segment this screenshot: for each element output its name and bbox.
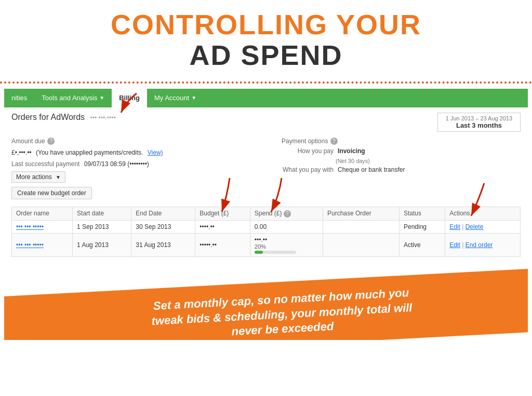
col-header-start-date: Start date [73,207,131,220]
orders-table: Order name Start date End Date Budget (£… [11,207,521,257]
orders-title-group: Orders for AdWords ••• •••-•••• [11,113,116,122]
banner-container: Set a monthly cap, so no matter how much… [4,262,528,340]
nav-item-nities[interactable]: nities [4,89,34,107]
orders-title: Orders for AdWords [11,113,85,121]
last-payment-label: Last successful payment [11,160,79,168]
tools-caret-icon: ▼ [99,95,104,101]
how-you-pay-row: How you pay Invoicing [282,147,521,155]
col-header-actions: Actions [445,207,521,220]
table-container: Order name Start date End Date Budget (£… [11,207,521,257]
amount-due-label: Amount due [11,138,45,145]
table-header: Order name Start date End Date Budget (£… [12,207,521,220]
nav-bar: nities Tools and Analysis ▼ Billing My A… [4,89,528,107]
row2-purchase-order [323,233,400,256]
col-header-status: Status [399,207,445,220]
date-range-selector[interactable]: 1 Jun 2013 – 23 Aug 2013 Last 3 months [437,113,521,132]
date-range-label: Last 3 months [443,121,515,129]
orange-banner: Set a monthly cap, so no matter how much… [4,267,528,340]
what-you-pay-value: Cheque or bank transfer [338,166,405,173]
row2-edit-link[interactable]: Edit [449,241,460,249]
create-budget-button[interactable]: Create new budget order [11,187,92,199]
row1-edit-link[interactable]: Edit [449,223,460,230]
amount-due-tooltip-icon[interactable]: ? [47,138,55,145]
row2-order-name: ••• ••• ••••• [12,233,73,256]
row2-end-date: 31 Aug 2013 [131,233,195,256]
create-budget-row: Create new budget order [11,187,521,203]
amount-due-value: £•,•••.•• [11,149,32,156]
amount-due-row: Amount due ? [11,136,250,145]
table-body: ••• ••• ••••• 1 Sep 2013 30 Sep 2013 •••… [12,220,521,256]
amount-due-value-row: £•,•••.•• (You have unapplied payments/c… [11,147,250,157]
table-row: ••• ••• ••••• 1 Aug 2013 31 Aug 2013 •••… [12,233,521,256]
row1-purchase-order [323,220,400,233]
how-you-pay-label: How you pay [282,147,334,155]
row1-delete-link[interactable]: Delete [466,223,484,230]
row1-budget: ••••.•• [195,220,250,233]
more-actions-button[interactable]: More actions ▼ [11,171,65,183]
row2-status: Active [399,233,445,256]
spend-progress: 20% [255,243,318,254]
payment-options-label: Payment options [282,138,328,145]
last-payment-value: 09/07/13 08:59 (••••••••) [84,160,149,168]
what-you-pay-row: What you pay with Cheque or bank transfe… [282,166,521,173]
unapplied-text: (You have unapplied payments/credits. [36,149,143,156]
title-line2: AD SPEND [0,40,532,71]
row1-status: Pending [399,220,445,233]
more-actions-row: More actions ▼ [11,171,250,183]
date-range-dates: 1 Jun 2013 – 23 Aug 2013 [443,115,515,121]
row1-actions: Edit | Delete [445,220,521,233]
row1-start-date: 1 Sep 2013 [73,220,131,233]
view-link[interactable]: View) [148,149,163,156]
last-payment-row: Last successful payment 09/07/13 08:59 (… [11,159,250,168]
billing-info: Amount due ? £•,•••.•• (You have unappli… [11,136,521,183]
table-row: ••• ••• ••••• 1 Sep 2013 30 Sep 2013 •••… [12,220,521,233]
col-header-purchase-order: Purchase Order [323,207,400,220]
myaccount-caret-icon: ▼ [191,95,196,101]
spend-tooltip-icon[interactable]: ? [284,210,291,217]
billing-left: Amount due ? £•,•••.•• (You have unappli… [11,136,250,183]
col-header-end-date: End Date [131,207,195,220]
orders-id: ••• •••-•••• [90,114,116,121]
col-header-order-name: Order name [12,207,73,220]
row2-budget: •••••.•• [195,233,250,256]
nav-item-billing[interactable]: Billing [112,89,147,107]
col-header-budget: Budget (£) [195,207,250,220]
net-days-row: (Net 30 days) [282,156,521,165]
col-header-spend: Spend (£) ? [250,207,323,220]
content-area: Orders for AdWords ••• •••-•••• 1 Jun 20… [4,107,528,262]
what-you-pay-label: What you pay with [282,166,334,173]
row1-order-name: ••• ••• ••••• [12,220,73,233]
billing-right: Payment options ? How you pay Invoicing … [282,136,521,183]
row2-endorder-link[interactable]: End order [466,241,493,249]
more-actions-caret-icon: ▼ [56,174,61,180]
progress-bar-bg [255,251,296,254]
payment-options-header: Payment options ? [282,136,521,145]
nav-item-tools[interactable]: Tools and Analysis ▼ [34,89,112,107]
screenshot-wrapper: nities Tools and Analysis ▼ Billing My A… [4,89,528,340]
title-section: CONTROLLING YOUR AD SPEND [0,0,532,76]
title-line1: CONTROLLING YOUR [0,9,532,40]
how-you-pay-value: Invoicing [338,147,365,155]
row1-spend: 0.00 [250,220,323,233]
row2-spend: •••.•• 20% [250,233,323,256]
row2-actions: Edit | End order [445,233,521,256]
net-days-text: (Net 30 days) [336,158,370,164]
content-top: Orders for AdWords ••• •••-•••• 1 Jun 20… [11,113,521,132]
dotted-divider [0,81,532,84]
row2-start-date: 1 Aug 2013 [73,233,131,256]
progress-bar-fill [255,251,263,254]
row1-end-date: 30 Sep 2013 [131,220,195,233]
payment-options-tooltip-icon[interactable]: ? [330,138,338,145]
nav-item-myaccount[interactable]: My Account ▼ [147,89,204,107]
